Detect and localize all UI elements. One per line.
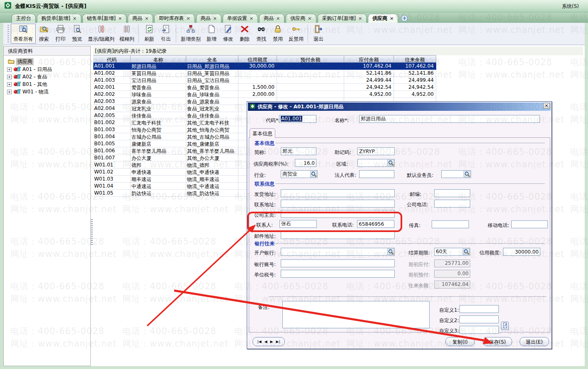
view-all-button[interactable]: 查看所有 <box>11 24 36 44</box>
tab-5[interactable]: 即时库存表× <box>154 14 194 23</box>
column-header-payable[interactable]: 应付余额 <box>344 55 394 63</box>
export-button[interactable]: 引出 <box>158 24 174 44</box>
next-record-icon[interactable]: ▶ <box>270 340 273 344</box>
settle-period-field[interactable]: 60天 <box>434 248 470 256</box>
tab-3[interactable]: 销售单[新增]× <box>83 14 127 23</box>
tab-8[interactable]: 商品× <box>259 14 284 23</box>
region-lookup-icon[interactable] <box>387 160 394 166</box>
legal-person-field[interactable] <box>359 170 394 178</box>
column-header-prepaid[interactable]: 预付余额 <box>277 55 344 63</box>
tab-10[interactable]: 采购订单[新增]× <box>318 14 367 23</box>
default-salesman-lookup-icon[interactable] <box>464 171 470 177</box>
expand-icon[interactable] <box>7 67 12 72</box>
tab-close-icon[interactable]: × <box>145 16 148 21</box>
contact-phone-field[interactable] <box>357 220 394 228</box>
expand-icon[interactable] <box>7 75 12 79</box>
attachment-button[interactable] <box>501 322 509 330</box>
tab-close-icon[interactable]: × <box>186 16 190 21</box>
short-name-field[interactable] <box>281 147 316 155</box>
dialog-title-bar[interactable]: 供应商 - 修改 - A01.001-郑源日用品 <box>248 103 551 111</box>
record-navigator[interactable]: |◀ ◀ ▶ ▶| <box>253 337 285 346</box>
tree-item-3[interactable]: B01 - 其他 <box>7 81 90 88</box>
prev-record-icon[interactable]: ◀ <box>265 340 267 344</box>
tab-7[interactable]: 单据设置× <box>223 14 258 23</box>
key-button[interactable]: 反禁用 <box>286 24 306 44</box>
industry-field[interactable]: 商贸业 <box>281 170 318 178</box>
exit-button[interactable]: 退出 <box>310 24 327 44</box>
table-row[interactable]: A02.002珍味食品食品_珍味食品2,000.004,952.004,952.… <box>93 91 436 98</box>
tree-root-supplier[interactable]: 供应商 <box>8 58 90 65</box>
find-button[interactable]: 查找 <box>253 24 270 44</box>
exit-button[interactable]: 退出(E) <box>520 337 549 346</box>
tree-item-4[interactable]: W01 - 物流 <box>7 89 90 95</box>
column-header-credit[interactable]: 信用额度 <box>238 55 277 63</box>
fax-field[interactable] <box>432 220 469 228</box>
tab-1[interactable]: 主控台 <box>12 14 36 23</box>
table-row-selected[interactable]: A01.001郑源日用品日用品_郑源日用品30,000.00107,462.04… <box>93 63 436 70</box>
industry-lookup-icon[interactable] <box>310 171 317 177</box>
preview-button[interactable]: 预览 <box>69 24 85 44</box>
tab-close-icon[interactable]: × <box>73 16 76 21</box>
print-button[interactable]: 打印 <box>52 24 69 44</box>
custom2-field[interactable] <box>459 315 499 323</box>
default-salesman-field[interactable] <box>441 170 471 178</box>
tab-close-icon[interactable]: × <box>213 16 217 21</box>
mnemonic-field[interactable] <box>357 147 395 155</box>
copy-button[interactable]: 复制(I) <box>445 337 475 346</box>
name-field[interactable] <box>359 115 540 123</box>
column-header-fullname[interactable]: 全名 <box>186 55 238 63</box>
tab-6[interactable]: 商品× <box>196 14 221 23</box>
first-record-icon[interactable]: |◀ <box>258 340 262 344</box>
tab-close-icon[interactable]: × <box>308 16 311 21</box>
expand-icon[interactable] <box>7 90 12 94</box>
system-menu[interactable]: 系统(S) <box>562 3 579 10</box>
region-field[interactable] <box>357 159 395 167</box>
table-row[interactable]: A01.003宝洁日用品日用品_宝洁日用品24,499.4424,499.44 <box>93 77 436 84</box>
bank-account-field[interactable] <box>281 259 395 267</box>
ship-address-field[interactable] <box>281 189 395 197</box>
refresh-button[interactable]: 刷新 <box>141 24 158 44</box>
show-hide-columns-button[interactable]: 显示/隐藏列 <box>85 24 117 44</box>
fuzzy-columns-button[interactable]: 模糊列 <box>117 24 137 44</box>
custom1-field[interactable] <box>459 305 499 313</box>
mobile-field[interactable] <box>511 220 548 228</box>
lock-button[interactable]: 禁用 <box>270 24 286 44</box>
bank-field[interactable] <box>281 248 395 256</box>
new-button[interactable]: 新增 <box>203 24 220 44</box>
column-header-balance[interactable]: 往来余额 <box>394 55 436 63</box>
delete-button[interactable]: 删除 <box>236 24 253 44</box>
toolbar-drag-handle[interactable] <box>7 25 9 42</box>
tab-9[interactable]: 供应商× <box>286 14 316 23</box>
new-tab-button[interactable]: + <box>401 15 408 22</box>
tab-close-icon[interactable]: × <box>250 16 253 21</box>
bank-lookup-icon[interactable] <box>387 249 394 255</box>
custom3-field[interactable] <box>459 326 499 334</box>
table-row[interactable]: A01.002莱茵日用品日用品_莱茵日用品52,141.8652,141.86 <box>93 70 436 77</box>
column-header-name[interactable]: 名称 <box>131 55 186 63</box>
column-header-code[interactable]: 代码 <box>93 55 131 63</box>
panel-splitter[interactable] <box>91 219 93 245</box>
credit-limit-field[interactable] <box>503 248 540 256</box>
last-record-icon[interactable]: ▶| <box>276 340 280 344</box>
tab-close-icon[interactable]: × <box>276 16 280 21</box>
code-field[interactable]: A01.001 <box>279 115 316 123</box>
contact-person-field[interactable] <box>279 220 317 228</box>
tab-2[interactable]: 购货单[新增]× <box>37 14 81 23</box>
contact-address-field[interactable] <box>281 200 395 208</box>
expand-icon[interactable] <box>7 82 12 87</box>
tab-close-icon[interactable]: × <box>390 16 394 21</box>
settle-period-lookup-icon[interactable] <box>463 249 469 255</box>
email-field[interactable] <box>281 231 395 239</box>
table-row[interactable]: A02.001爱普食品食品_爱普食品1,500.0024,942.5424,94… <box>93 84 436 91</box>
tab-close-icon[interactable]: × <box>358 16 362 21</box>
tab-11-active[interactable]: 供应商× <box>368 14 398 23</box>
tab-close-icon[interactable]: × <box>118 16 122 21</box>
remark-field[interactable] <box>282 301 430 328</box>
save-button[interactable]: 保存(S) <box>483 337 512 346</box>
company-phone-field[interactable] <box>434 200 470 208</box>
tax-rate-field[interactable] <box>295 159 316 167</box>
tab-4[interactable]: 商品× <box>128 14 153 23</box>
search-button[interactable]: 搜索 <box>36 24 52 44</box>
tab-basic-info[interactable]: 基本信息 <box>250 128 275 138</box>
new-category-button[interactable]: 新增类别 <box>178 24 203 44</box>
